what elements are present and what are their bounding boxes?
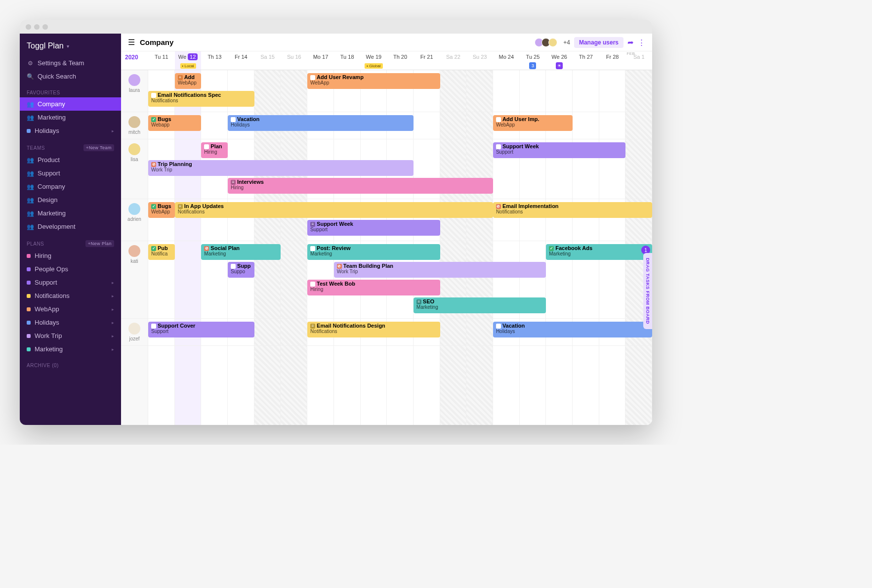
day-header[interactable]: Mo 24: [493, 51, 520, 70]
task-card[interactable]: ≡Email Notifications DesignNotifications: [307, 322, 440, 337]
person-gutter[interactable]: kati: [121, 241, 148, 318]
sidebar-item[interactable]: 👥Product: [20, 153, 121, 167]
milestone-badge[interactable]: ▪ Local: [180, 63, 196, 69]
task-card[interactable]: ⊘Email ImplementationNotifications: [493, 202, 652, 218]
day-header[interactable]: Th 13: [201, 51, 228, 70]
day-header[interactable]: ☀We 26: [546, 51, 573, 70]
task-card[interactable]: ⊘Team Building PlanWork Trip: [334, 262, 546, 278]
day-header[interactable]: Su 23: [466, 51, 493, 70]
task-card[interactable]: ≡AddWebApp: [175, 73, 202, 89]
milestone-icon[interactable]: 3: [529, 62, 536, 69]
task-lane[interactable]: ⬤PlanHiring⬤Support WeekSupport⊘Trip Pla…: [148, 139, 652, 199]
task-card[interactable]: ⬤Support CoverSupport: [148, 322, 254, 337]
task-lane[interactable]: ≡AddWebApp⬤Add User RevampWebApp⬤Email N…: [148, 70, 652, 112]
sidebar-item[interactable]: 👥Support: [20, 167, 121, 180]
milestone-badge[interactable]: ▪ Global: [365, 63, 382, 69]
avatar-overflow[interactable]: +4: [563, 39, 570, 46]
section-add-button[interactable]: +New Plan: [85, 240, 114, 247]
sidebar-item[interactable]: People Ops: [20, 262, 121, 276]
task-lane[interactable]: ✓BugsWebapp⬤VacationHolidays⬤Add User Im…: [148, 112, 652, 139]
brand-menu[interactable]: Toggl Plan: [20, 39, 121, 56]
share-icon[interactable]: ➦: [627, 38, 634, 47]
day-header[interactable]: Sa 22: [440, 51, 467, 70]
task-lane[interactable]: ⬤Support CoverSupport≡Email Notification…: [148, 319, 652, 345]
task-card[interactable]: ≡In App UpdatesNotifications: [175, 202, 493, 218]
year-label[interactable]: 2020: [121, 51, 148, 70]
day-header[interactable]: Th 20: [387, 51, 414, 70]
sidebar-item[interactable]: Hiring: [20, 249, 121, 262]
task-card[interactable]: ⬤Support WeekSupport: [493, 142, 625, 158]
sidebar-item[interactable]: 👥Design: [20, 193, 121, 207]
day-header[interactable]: Fr 21: [414, 51, 440, 70]
task-card[interactable]: ≡Support WeekSupport: [307, 220, 440, 236]
avatar: [128, 74, 140, 86]
task-card[interactable]: ⊘Trip PlanningWork Trip: [148, 160, 414, 176]
task-card[interactable]: ≡InterviewsHiring: [228, 178, 493, 194]
task-title: ⬤Plan: [204, 143, 225, 149]
section-add-button[interactable]: +New Team: [83, 144, 114, 151]
task-card[interactable]: ✓BugsWebApp: [148, 202, 175, 218]
day-header[interactable]: ▪ GlobalWe 19: [361, 51, 387, 70]
task-card[interactable]: ⬤Add User Imp.WebApp: [493, 115, 573, 131]
task-lane[interactable]: ✓BugsWebApp≡In App UpdatesNotifications⊘…: [148, 199, 652, 241]
person-gutter[interactable]: jozef: [121, 319, 148, 345]
sidebar-section-favourites: FAVOURITES: [20, 83, 121, 97]
sidebar-item[interactable]: 👥Company: [20, 97, 121, 111]
avatar-stack[interactable]: [537, 38, 557, 47]
day-header[interactable]: Fr 14: [228, 51, 254, 70]
sidebar-item[interactable]: Work Trip▸: [20, 329, 121, 342]
drag-tasks-tab[interactable]: DRAG TASKS FROM BOARD: [643, 253, 652, 329]
day-header[interactable]: ▪ LocalWe 12: [175, 51, 202, 70]
task-card[interactable]: ✓Facebook AdsMarketing: [546, 244, 652, 260]
task-card[interactable]: ⬤Email Notifications SpecNotifications: [148, 91, 254, 107]
day-label: Fr: [235, 54, 241, 60]
person-gutter[interactable]: laura: [121, 70, 148, 112]
sidebar-search[interactable]: 🔍 Quick Search: [20, 70, 121, 83]
sidebar-item[interactable]: Support▸: [20, 276, 121, 289]
task-card[interactable]: ✓BugsWebapp: [148, 115, 201, 131]
person-gutter[interactable]: adrien: [121, 199, 148, 241]
task-title: ⊘Trip Planning: [151, 161, 411, 167]
task-card[interactable]: ✓PubNotifica: [148, 244, 175, 260]
task-card[interactable]: ⬤Add User RevampWebApp: [307, 73, 440, 89]
task-card[interactable]: ⬤SuppSuppo: [228, 262, 254, 278]
day-header[interactable]: Tu 11: [148, 51, 175, 70]
day-header[interactable]: Tu 18: [334, 51, 361, 70]
traffic-light-max[interactable]: [42, 24, 48, 30]
sidebar-item[interactable]: Notifications▸: [20, 289, 121, 302]
day-number: 16: [295, 54, 301, 60]
sidebar-item[interactable]: WebApp▸: [20, 302, 121, 316]
traffic-light-close[interactable]: [26, 24, 31, 30]
person-gutter[interactable]: mitch: [121, 112, 148, 139]
day-header[interactable]: 3Tu 25: [520, 51, 546, 70]
menu-icon[interactable]: ☰: [128, 38, 135, 47]
task-card[interactable]: ⬤VacationHolidays: [228, 115, 414, 131]
sidebar-item[interactable]: 👥Marketing: [20, 207, 121, 220]
traffic-light-min[interactable]: [34, 24, 40, 30]
task-card[interactable]: ⬤PlanHiring: [201, 142, 228, 158]
task-card[interactable]: ⬤Test Week BobHiring: [307, 280, 440, 295]
day-header[interactable]: Th 27: [573, 51, 599, 70]
sidebar-item[interactable]: Holidays▸: [20, 316, 121, 329]
sidebar-item[interactable]: Marketing▸: [20, 342, 121, 356]
task-card[interactable]: ⬤Post: ReviewMarketing: [307, 244, 440, 260]
day-header[interactable]: Su 16: [281, 51, 307, 70]
task-card[interactable]: ≡SEOMarketing: [414, 297, 546, 313]
day-header[interactable]: Sa 15: [254, 51, 281, 70]
milestone-icon[interactable]: ☀: [556, 62, 563, 69]
sidebar-item[interactable]: 👥Development: [20, 220, 121, 233]
sidebar-item[interactable]: Holidays▸: [20, 124, 121, 137]
task-card[interactable]: ⊘Social PlanMarketing: [201, 244, 281, 260]
timeline[interactable]: laura≡AddWebApp⬤Add User RevampWebApp⬤Em…: [121, 70, 652, 425]
day-header[interactable]: FEBSa 1: [625, 51, 652, 70]
day-header[interactable]: Fr 28: [599, 51, 626, 70]
day-header[interactable]: Mo 17: [307, 51, 334, 70]
task-lane[interactable]: ✓PubNotifica⊘Social PlanMarketing⬤Post: …: [148, 241, 652, 318]
sidebar-settings[interactable]: ⚙ Settings & Team: [20, 56, 121, 70]
person-gutter[interactable]: lisa: [121, 139, 148, 199]
sidebar-item[interactable]: 👥Marketing: [20, 111, 121, 124]
task-card[interactable]: ⬤VacationHolidays: [493, 322, 652, 337]
more-icon[interactable]: ⋮: [638, 38, 645, 47]
manage-users-button[interactable]: Manage users: [574, 37, 623, 48]
sidebar-item[interactable]: 👥Company: [20, 180, 121, 193]
